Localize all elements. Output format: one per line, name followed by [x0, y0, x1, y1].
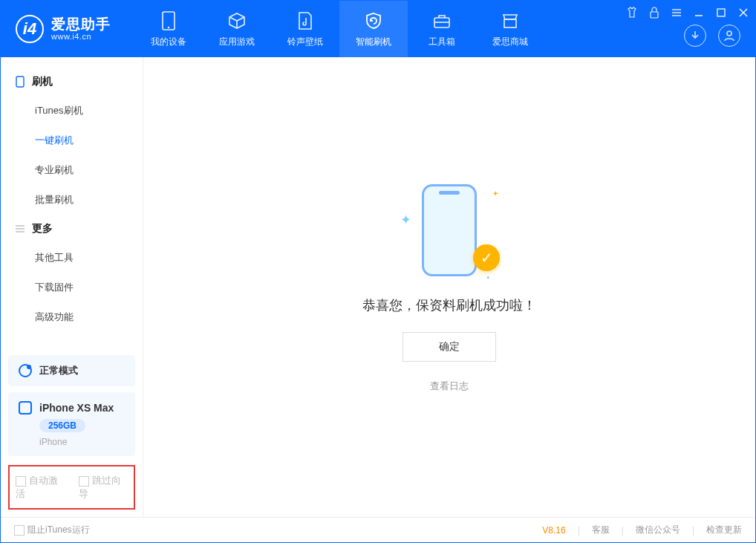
nav-toolbox[interactable]: 工具箱: [408, 1, 476, 57]
user-button[interactable]: [718, 25, 740, 47]
logo: i4 爱思助手 www.i4.cn: [1, 1, 134, 57]
nav-ringtones[interactable]: 铃声壁纸: [271, 1, 339, 57]
mode-icon: [19, 364, 32, 377]
version-label: V8.16: [542, 525, 565, 536]
sidebar-item-advanced[interactable]: 高级功能: [1, 302, 143, 332]
svg-rect-10: [717, 9, 725, 16]
skip-guide-checkbox[interactable]: 跳过向导: [79, 474, 128, 501]
device-type: iPhone: [39, 437, 125, 447]
sidebar-group-more: 更多: [1, 215, 143, 243]
list-icon: [14, 223, 26, 235]
header-right-icons: [684, 25, 740, 47]
wechat-link[interactable]: 微信公众号: [636, 524, 680, 536]
mode-card[interactable]: 正常模式: [8, 355, 135, 386]
sparkle-icon: ✦: [492, 189, 498, 198]
sidebar: 刷机 iTunes刷机 一键刷机 专业刷机 批量刷机 更多 其他工具 下载固件 …: [1, 57, 143, 517]
ok-button[interactable]: 确定: [403, 332, 496, 362]
refresh-shield-icon: [363, 10, 384, 31]
sparkle-icon: ✦: [400, 212, 411, 228]
top-nav: 我的设备 应用游戏 铃声壁纸 智能刷机 工具箱 爱思商城: [134, 1, 544, 57]
shirt-icon[interactable]: [625, 5, 639, 20]
body: 刷机 iTunes刷机 一键刷机 专业刷机 批量刷机 更多 其他工具 下载固件 …: [1, 57, 755, 517]
lock-icon[interactable]: [647, 5, 662, 20]
cube-icon: [227, 10, 247, 31]
logo-text: 爱思助手 www.i4.cn: [51, 17, 111, 42]
maximize-button[interactable]: [714, 5, 729, 20]
logo-mark-icon: i4: [16, 15, 44, 43]
device-card[interactable]: iPhone XS Max 256GB iPhone: [8, 392, 135, 456]
minimize-button[interactable]: [691, 5, 706, 20]
success-message: 恭喜您，保资料刷机成功啦！: [362, 296, 536, 314]
mode-label: 正常模式: [39, 364, 78, 377]
sidebar-bottom: 正常模式 iPhone XS Max 256GB iPhone 自动激活 跳过向…: [1, 349, 143, 517]
nav-my-device[interactable]: 我的设备: [134, 1, 203, 57]
window-controls: [625, 5, 751, 20]
phone-icon: [14, 76, 26, 88]
device-name: iPhone XS Max: [39, 402, 114, 414]
sidebar-item-itunes-flash[interactable]: iTunes刷机: [1, 96, 143, 126]
sidebar-item-batch-flash[interactable]: 批量刷机: [1, 185, 143, 215]
app-url: www.i4.cn: [51, 32, 111, 41]
app-name: 爱思助手: [51, 17, 111, 33]
highlighted-options: 自动激活 跳过向导: [8, 465, 135, 510]
nav-flash[interactable]: 智能刷机: [339, 1, 408, 57]
download-button[interactable]: [684, 25, 706, 47]
block-itunes-checkbox[interactable]: 阻止iTunes运行: [14, 524, 90, 536]
svg-rect-5: [651, 12, 658, 18]
device-storage-badge: 256GB: [39, 419, 85, 432]
sparkle-icon: •: [486, 273, 489, 282]
check-update-link[interactable]: 检查更新: [706, 524, 742, 536]
sidebar-item-oneclick-flash[interactable]: 一键刷机: [1, 126, 143, 155]
app-window: i4 爱思助手 www.i4.cn 我的设备 应用游戏 铃声壁纸 智能刷机: [0, 0, 756, 543]
music-file-icon: [295, 10, 316, 31]
svg-point-13: [727, 31, 731, 36]
phone-outline-icon: [422, 184, 477, 276]
store-icon: [500, 10, 521, 31]
nav-apps[interactable]: 应用游戏: [203, 1, 271, 57]
sidebar-group-flash: 刷机: [1, 68, 143, 96]
statusbar: 阻止iTunes运行 V8.16 | 客服 | 微信公众号 | 检查更新: [1, 517, 755, 542]
device-phone-icon: [19, 401, 32, 414]
check-badge-icon: ✓: [473, 244, 500, 271]
close-button[interactable]: [736, 5, 751, 20]
auto-activate-checkbox[interactable]: 自动激活: [16, 474, 65, 501]
sidebar-item-pro-flash[interactable]: 专业刷机: [1, 155, 143, 185]
sidebar-item-download-firmware[interactable]: 下载固件: [1, 273, 143, 302]
view-log-link[interactable]: 查看日志: [430, 380, 469, 393]
toolbox-icon: [431, 10, 452, 31]
menu-icon[interactable]: [669, 5, 684, 20]
nav-store[interactable]: 爱思商城: [476, 1, 544, 57]
support-link[interactable]: 客服: [592, 524, 610, 536]
svg-rect-14: [16, 77, 24, 87]
svg-rect-4: [504, 19, 516, 27]
sidebar-item-other-tools[interactable]: 其他工具: [1, 243, 143, 273]
success-illustration: ✦ ✦ • ✓: [405, 182, 494, 279]
titlebar: i4 爱思助手 www.i4.cn 我的设备 应用游戏 铃声壁纸 智能刷机: [1, 1, 755, 57]
svg-point-1: [168, 26, 169, 27]
device-icon: [158, 10, 179, 31]
main-content: ✦ ✦ • ✓ 恭喜您，保资料刷机成功啦！ 确定 查看日志: [143, 57, 755, 517]
